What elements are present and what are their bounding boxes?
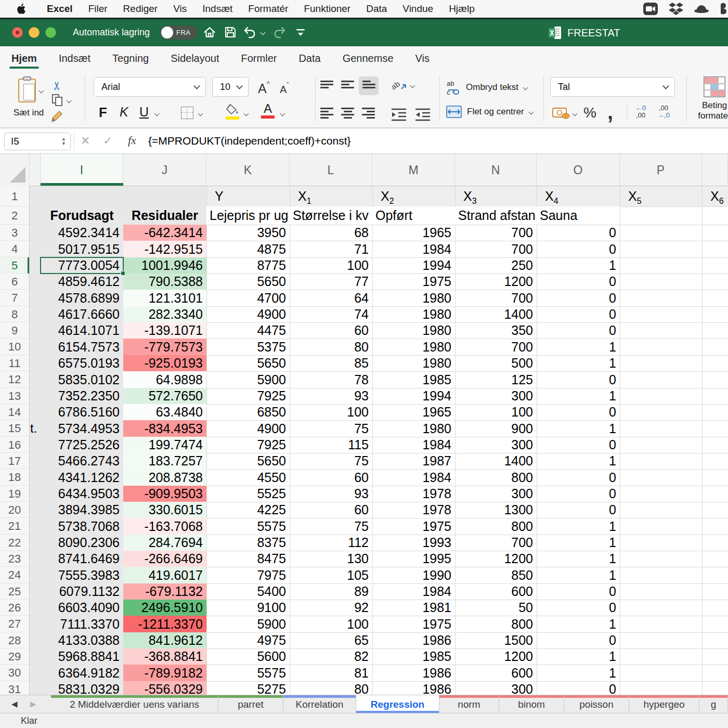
cell-I30[interactable]: 6364.9182 xyxy=(41,665,120,681)
cell-O23[interactable]: 1 xyxy=(537,551,616,567)
italic-button[interactable]: K xyxy=(120,105,128,120)
cell-K3[interactable]: 3950 xyxy=(206,225,286,241)
cell-J23[interactable]: -266.6469 xyxy=(123,551,203,567)
ribbon-tab-gennemse[interactable]: Gennemse xyxy=(342,48,395,69)
cell-M20[interactable]: 1978 xyxy=(372,502,451,518)
grow-font-button[interactable]: A^ xyxy=(258,80,270,96)
cell-I9[interactable]: 4614.1071 xyxy=(41,322,120,339)
row-header-5[interactable]: 5 xyxy=(0,257,29,274)
cell-N12[interactable]: 125 xyxy=(455,371,533,388)
ribbon-tab-sidelayout[interactable]: Sidelayout xyxy=(170,48,220,69)
cell-J13[interactable]: 572.7650 xyxy=(123,388,203,404)
cell-O5[interactable]: 1 xyxy=(537,257,616,274)
row-header-25[interactable]: 25 xyxy=(0,583,29,600)
format-painter-icon[interactable] xyxy=(51,110,64,123)
column-header-N[interactable]: N xyxy=(455,154,537,186)
decrease-indent-button[interactable] xyxy=(391,108,407,121)
name-box-stepper[interactable]: ▲ ▼ xyxy=(61,137,66,146)
cell-L31[interactable]: 80 xyxy=(290,681,369,695)
cell-I21[interactable]: 5738.7068 xyxy=(41,518,120,535)
fill-color-button[interactable] xyxy=(226,103,240,120)
cell-K23[interactable]: 8475 xyxy=(206,551,286,567)
menu-item-excel[interactable]: Excel xyxy=(47,3,73,15)
save-icon[interactable] xyxy=(223,24,238,40)
minimize-window-button[interactable] xyxy=(29,27,40,38)
cell-J29[interactable]: -368.8841 xyxy=(123,648,203,665)
cell-L20[interactable]: 60 xyxy=(290,502,369,518)
row-header-12[interactable]: 12 xyxy=(0,371,29,388)
cell-L27[interactable]: 100 xyxy=(290,616,369,632)
font-color-chevron-icon[interactable] xyxy=(280,111,285,116)
cell-M5[interactable]: 1994 xyxy=(372,257,451,274)
cell-M11[interactable]: 1980 xyxy=(372,355,451,371)
menu-item-vindue[interactable]: Vindue xyxy=(402,3,433,15)
cell-N19[interactable]: 300 xyxy=(455,486,533,502)
row-header-15[interactable]: 15 xyxy=(0,420,29,437)
cell-K9[interactable]: 4475 xyxy=(206,322,286,339)
cell-O3[interactable]: 0 xyxy=(537,225,616,241)
cell-N6[interactable]: 1200 xyxy=(455,274,533,290)
cell-L5[interactable]: 100 xyxy=(290,257,369,274)
cell-I22[interactable]: 8090.2306 xyxy=(41,535,120,551)
cell-N21[interactable]: 800 xyxy=(455,518,533,535)
cell-K10[interactable]: 5375 xyxy=(206,339,286,355)
column-header-I[interactable]: I xyxy=(41,154,123,186)
cell-K29[interactable]: 5600 xyxy=(206,648,286,665)
column-header-K[interactable]: K xyxy=(206,154,290,186)
cell-N5[interactable]: 250 xyxy=(455,257,533,274)
cell-K17[interactable]: 5650 xyxy=(206,453,286,469)
menu-item-funktioner[interactable]: Funktioner xyxy=(304,3,350,15)
cell-J25[interactable]: -679.1132 xyxy=(123,583,203,600)
column-header-P[interactable]: P xyxy=(620,154,702,186)
align-top-button[interactable] xyxy=(320,81,333,88)
dropbox-icon[interactable] xyxy=(669,2,683,16)
cell-O17[interactable]: 1 xyxy=(537,453,616,469)
cell-I3[interactable]: 4592.3414 xyxy=(41,225,120,241)
row-header-13[interactable]: 13 xyxy=(0,388,29,404)
cell-M18[interactable]: 1984 xyxy=(372,469,451,486)
cell-M4[interactable]: 1984 xyxy=(372,241,451,257)
sheet-tab-binom[interactable]: binom xyxy=(499,695,564,713)
enter-icon[interactable]: ✓ xyxy=(103,134,112,148)
cell-I6[interactable]: 4859.4612 xyxy=(41,274,120,290)
cell-J31[interactable]: -556.0329 xyxy=(123,681,203,695)
cell-J30[interactable]: -789.9182 xyxy=(123,665,203,681)
ribbon-tab-tegning[interactable]: Tegning xyxy=(111,48,150,69)
cell-N15[interactable]: 900 xyxy=(455,420,533,437)
cell-M31[interactable]: 1986 xyxy=(372,681,451,695)
cell-K6[interactable]: 5650 xyxy=(206,274,286,290)
cell-N7[interactable]: 700 xyxy=(455,290,533,306)
cell-K13[interactable]: 7925 xyxy=(206,388,286,404)
cell-I23[interactable]: 8741.6469 xyxy=(41,551,120,567)
align-center-button[interactable] xyxy=(341,108,354,119)
cell-I10[interactable]: 6154.7573 xyxy=(41,339,120,355)
cell-M17[interactable]: 1987 xyxy=(372,453,451,469)
decrease-decimal-button[interactable]: ,00→,0 xyxy=(657,105,670,119)
zoom-window-button[interactable] xyxy=(45,27,56,38)
cell-L6[interactable]: 77 xyxy=(290,274,369,290)
cell-K8[interactable]: 4900 xyxy=(206,306,286,322)
cell-O8[interactable]: 0 xyxy=(537,306,616,322)
row-header-14[interactable]: 14 xyxy=(0,404,29,420)
shrink-font-button[interactable]: Aˇ xyxy=(280,81,289,96)
previous-sheet-button[interactable]: ◀ xyxy=(11,699,18,709)
cell-L18[interactable]: 60 xyxy=(290,469,369,486)
cell-M3[interactable]: 1965 xyxy=(372,225,451,241)
row-header-10[interactable]: 10 xyxy=(0,339,29,355)
cell-O19[interactable]: 0 xyxy=(537,486,616,502)
row-header-19[interactable]: 19 xyxy=(0,486,29,502)
cell-L29[interactable]: 82 xyxy=(290,648,369,665)
cell-K15[interactable]: 4900 xyxy=(206,420,286,437)
align-bottom-button[interactable] xyxy=(359,76,379,95)
insert-function-icon[interactable]: fx xyxy=(128,134,136,147)
cell-O30[interactable]: 1 xyxy=(537,665,616,681)
cell-O4[interactable]: 0 xyxy=(537,241,616,257)
cell-M28[interactable]: 1986 xyxy=(372,632,451,648)
cell-K28[interactable]: 4975 xyxy=(206,632,286,648)
column-header-J[interactable]: J xyxy=(123,154,206,186)
menu-item-filer[interactable]: Filer xyxy=(88,3,108,15)
font-color-button[interactable]: A xyxy=(261,102,275,119)
merge-center-button[interactable]: Flet og centrer xyxy=(446,106,533,118)
row-header-24[interactable]: 24 xyxy=(0,567,29,583)
clipped-edge-icon[interactable] xyxy=(720,2,727,16)
